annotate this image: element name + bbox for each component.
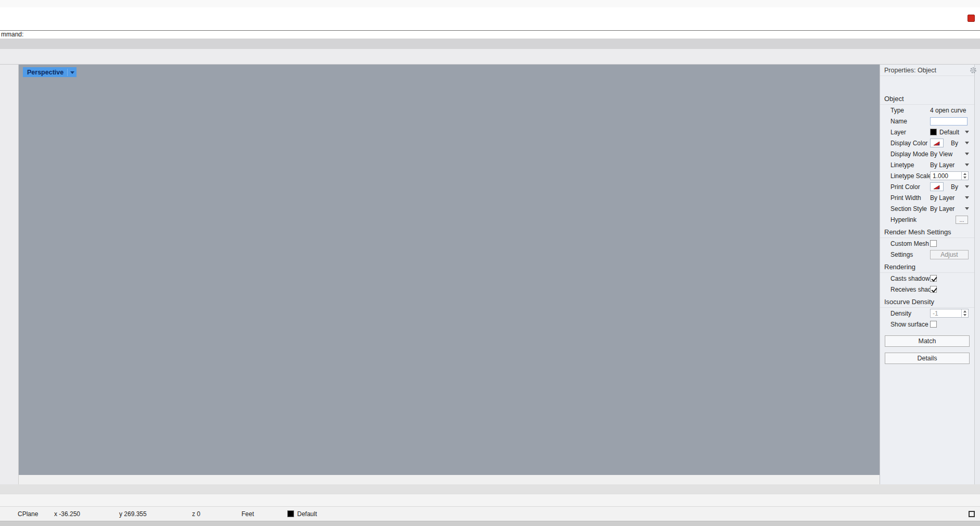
- receives-shadow-checkbox[interactable]: [930, 286, 937, 293]
- chevron-down-icon: [965, 207, 969, 210]
- set-view-toolbar: [0, 49, 980, 65]
- viewport-column: Perspective: [19, 65, 880, 484]
- linetype-dropdown[interactable]: By Layer: [930, 161, 974, 169]
- type-value: 4 open curve: [930, 107, 966, 114]
- show-surface-checkbox[interactable]: [930, 321, 937, 328]
- perspective-viewport[interactable]: Perspective: [19, 65, 880, 475]
- units-selector[interactable]: Feet: [241, 510, 287, 518]
- density-input[interactable]: -1: [930, 309, 969, 318]
- z-coordinate-readout: z 0: [192, 510, 241, 518]
- window-resize-strip: [0, 521, 980, 526]
- display-color-dropdown[interactable]: By: [951, 140, 958, 147]
- viewport-title[interactable]: Perspective: [23, 67, 77, 77]
- layer-color-swatch: [930, 129, 937, 135]
- row-receives-shadow: Receives shad: [880, 284, 974, 295]
- viewport-canvas[interactable]: [19, 65, 880, 475]
- rhino-window: mmand: Perspective Properties: Object: [0, 0, 980, 526]
- x-coordinate-readout: x -36.250: [54, 510, 119, 518]
- layer-dropdown[interactable]: Default: [930, 129, 974, 136]
- chevron-down-icon: [965, 142, 969, 144]
- status-left: CPlane x -36.250 y 269.355 z 0 Feet Defa…: [0, 510, 365, 518]
- row-display-mode: Display Mode By View: [880, 148, 974, 159]
- viewport-tabs: [19, 475, 880, 484]
- chevron-down-icon: [965, 196, 969, 199]
- row-print-width: Print Width By Layer: [880, 192, 974, 203]
- osnap-options: [0, 494, 980, 506]
- row-hyperlink: Hyperlink ...: [880, 214, 974, 225]
- command-prompt-line[interactable]: mmand:: [0, 30, 980, 39]
- panel-side-tabs: [974, 65, 980, 484]
- row-casts-shadow: Casts shadow: [880, 273, 974, 284]
- row-type: Type 4 open curve: [880, 105, 974, 116]
- adjust-button[interactable]: Adjust: [930, 250, 969, 259]
- row-print-color: Print Color By: [880, 181, 974, 192]
- casts-shadow-checkbox[interactable]: [930, 275, 937, 282]
- viewport-title-text: Perspective: [27, 69, 63, 76]
- panel-red-icon[interactable]: [968, 15, 975, 22]
- row-linetype-scale: Linetype Scale 1.000: [880, 170, 974, 181]
- custom-mesh-checkbox[interactable]: [930, 240, 937, 247]
- spinner-arrows[interactable]: [961, 172, 968, 180]
- section-render-mesh: Render Mesh Settings: [880, 227, 974, 238]
- cplane-selector[interactable]: CPlane: [18, 510, 54, 518]
- row-name: Name: [880, 116, 974, 127]
- properties-panel-title: Properties: Object: [884, 67, 936, 74]
- display-color-swatch-button[interactable]: [930, 139, 944, 147]
- name-field[interactable]: [930, 117, 968, 126]
- properties-panel-header: Properties: Object: [880, 65, 974, 76]
- print-color-swatch-button[interactable]: [930, 182, 944, 191]
- current-layer-selector[interactable]: Default: [287, 510, 365, 518]
- command-area: mmand:: [0, 7, 980, 39]
- row-density: Density -1: [880, 308, 974, 319]
- main-area: Perspective Properties: Object Object: [0, 65, 980, 484]
- section-isocurve-density: Isocurve Density: [880, 296, 974, 308]
- status-corner-icon[interactable]: [969, 511, 975, 517]
- properties-panel-content: Properties: Object Object Type 4 open cu…: [880, 65, 974, 484]
- chevron-down-icon: [965, 131, 969, 133]
- osnap-tab-bar: [0, 484, 980, 494]
- panel-tab-icons: [880, 76, 974, 92]
- spinner-arrows[interactable]: [961, 309, 968, 317]
- toolbar-tab-bar: [0, 39, 980, 49]
- linetype-scale-input[interactable]: 1.000: [930, 171, 969, 180]
- section-style-dropdown[interactable]: By Layer: [930, 205, 974, 212]
- match-button[interactable]: Match: [885, 335, 970, 347]
- row-display-color: Display Color By: [880, 137, 974, 148]
- y-coordinate-readout: y 269.355: [119, 510, 192, 518]
- status-bar: CPlane x -36.250 y 269.355 z 0 Feet Defa…: [0, 506, 980, 521]
- left-toolbar: [0, 65, 19, 484]
- row-show-surface: Show surface: [880, 319, 974, 330]
- section-rendering: Rendering: [880, 261, 974, 273]
- print-color-dropdown[interactable]: By: [951, 183, 958, 191]
- row-linetype: Linetype By Layer: [880, 159, 974, 170]
- row-section-style: Section Style By Layer: [880, 203, 974, 214]
- display-mode-dropdown[interactable]: By View: [930, 151, 974, 158]
- row-custom-mesh: Custom Mesh: [880, 238, 974, 249]
- chevron-down-icon: [965, 164, 969, 166]
- viewport-menu-caret-icon[interactable]: [67, 69, 74, 76]
- row-layer: Layer Default: [880, 127, 974, 137]
- row-settings: Settings Adjust: [880, 249, 974, 260]
- print-width-dropdown[interactable]: By Layer: [930, 194, 974, 202]
- properties-panel: Properties: Object Object Type 4 open cu…: [880, 65, 980, 484]
- command-prompt-text: mmand:: [1, 31, 23, 38]
- chevron-down-icon: [965, 185, 969, 188]
- chevron-down-icon: [965, 153, 969, 155]
- command-history: [0, 7, 980, 30]
- hyperlink-browse-button[interactable]: ...: [956, 216, 968, 224]
- section-object: Object: [880, 93, 974, 105]
- menu-bar: [0, 0, 980, 7]
- layer-swatch: [287, 510, 294, 517]
- details-button[interactable]: Details: [885, 353, 970, 364]
- gear-icon[interactable]: [969, 66, 977, 74]
